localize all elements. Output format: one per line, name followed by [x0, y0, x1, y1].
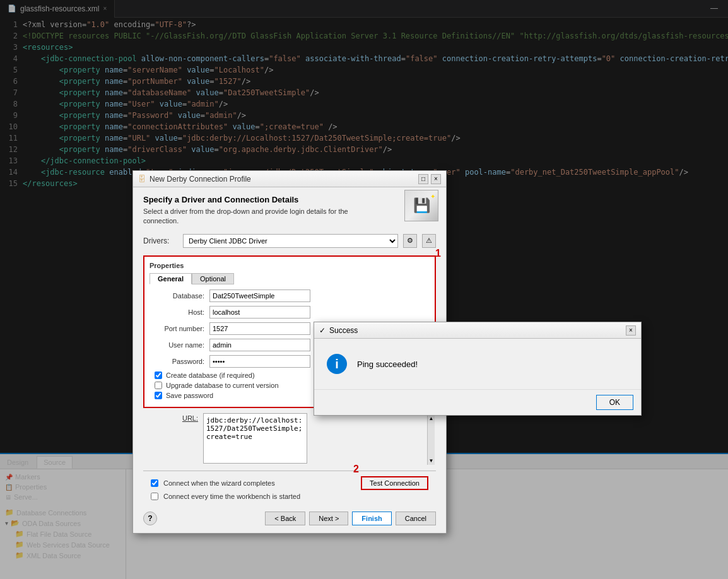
host-input[interactable]: [209, 306, 310, 319]
success-icon: ✓: [319, 326, 326, 335]
host-label: Host:: [150, 308, 209, 316]
help-button[interactable]: ?: [143, 512, 157, 525]
driver-row: Drivers: Derby Client JDBC Driver ⚙ ⚠: [143, 234, 436, 248]
tab-optional[interactable]: Optional: [192, 273, 234, 284]
url-row: URL: jdbc:derby://localhost:1527/Dat250T…: [143, 413, 436, 465]
next-button[interactable]: Next >: [309, 512, 348, 525]
create-db-checkbox[interactable]: [155, 371, 162, 379]
driver-select[interactable]: Derby Client JDBC Driver: [183, 234, 398, 248]
dialog-subtext: Select a driver from the drop-down and p…: [143, 207, 436, 226]
success-title: Success: [329, 326, 358, 335]
url-label: URL:: [143, 413, 203, 422]
annotation-1: 1: [435, 248, 441, 259]
port-label: Port number:: [150, 325, 209, 332]
connect-when-completes-label: Connect when the wizard completes: [163, 479, 275, 487]
database-input[interactable]: [209, 290, 310, 302]
host-row: Host:: [150, 306, 430, 319]
password-label: Password:: [150, 358, 209, 365]
wizard-footer: ? < Back Next > Finish Cancel: [143, 512, 436, 525]
dialog-close-button[interactable]: ×: [431, 174, 441, 184]
password-input[interactable]: [209, 355, 310, 368]
props-section-title: Properties: [150, 262, 430, 269]
driver-edit-button[interactable]: ⚙: [403, 234, 417, 248]
username-label: User name:: [150, 341, 209, 349]
save-pwd-checkbox[interactable]: [155, 392, 162, 399]
dialog-controls: □ ×: [418, 174, 441, 184]
success-body: i Ping succeeded!: [314, 339, 641, 389]
cancel-button[interactable]: Cancel: [396, 512, 436, 525]
create-db-label: Create database (if required): [166, 371, 255, 379]
test-connection-button[interactable]: Test Connection: [361, 476, 428, 490]
derby-dialog-title-text: New Derby Connection Profile: [150, 175, 251, 184]
wizard-bottom: Connect when the wizard completes 2 Test…: [143, 471, 436, 508]
finish-button[interactable]: Finish: [352, 512, 391, 525]
annotation-2: 2: [353, 464, 359, 475]
success-dialog: ✓ Success × i Ping succeeded! OK: [314, 322, 642, 416]
derby-dialog-title: 🗄 New Derby Connection Profile: [138, 175, 251, 184]
success-titlebar: ✓ Success ×: [314, 322, 641, 339]
success-close-button[interactable]: ×: [626, 325, 636, 336]
connect-every-time-label: Connect every time the workbench is star…: [163, 493, 300, 500]
info-icon: i: [327, 354, 347, 374]
footer-buttons: < Back Next > Finish Cancel: [265, 512, 436, 525]
dialog-maximize-button[interactable]: □: [418, 174, 428, 184]
url-scroll-up[interactable]: ▲: [429, 416, 434, 421]
tab-general[interactable]: General: [150, 273, 192, 284]
wizard-icon: 💾 ✦: [404, 190, 438, 221]
success-footer: OK: [314, 389, 641, 415]
ok-button[interactable]: OK: [596, 395, 633, 410]
connect-when-completes-row: Connect when the wizard completes 2 Test…: [151, 476, 428, 490]
driver-warn-button[interactable]: ⚠: [422, 234, 436, 248]
dialog-heading: Specify a Driver and Connection Details: [143, 195, 436, 204]
derby-dialog-titlebar: 🗄 New Derby Connection Profile □ ×: [133, 171, 446, 187]
url-scroll-down[interactable]: ▼: [429, 458, 434, 464]
url-textarea[interactable]: jdbc:derby://localhost:1527/Dat250TweetS…: [203, 413, 307, 464]
username-input[interactable]: [209, 339, 310, 351]
port-input[interactable]: [209, 322, 310, 335]
derby-dialog-icon: 🗄: [138, 175, 146, 184]
database-label: Database:: [150, 292, 209, 300]
save-pwd-label: Save password: [166, 392, 213, 399]
back-button[interactable]: < Back: [265, 512, 305, 525]
connect-every-time-checkbox[interactable]: [151, 493, 158, 500]
success-message: Ping succeeded!: [357, 360, 418, 369]
upgrade-db-label: Upgrade database to current version: [166, 382, 279, 389]
upgrade-db-checkbox[interactable]: [155, 382, 162, 389]
props-tabs: General Optional: [150, 273, 430, 284]
database-row: Database:: [150, 290, 430, 302]
driver-label: Drivers:: [143, 237, 178, 245]
connect-every-time-row: Connect every time the workbench is star…: [151, 493, 428, 500]
connect-when-completes-checkbox[interactable]: [151, 479, 158, 487]
